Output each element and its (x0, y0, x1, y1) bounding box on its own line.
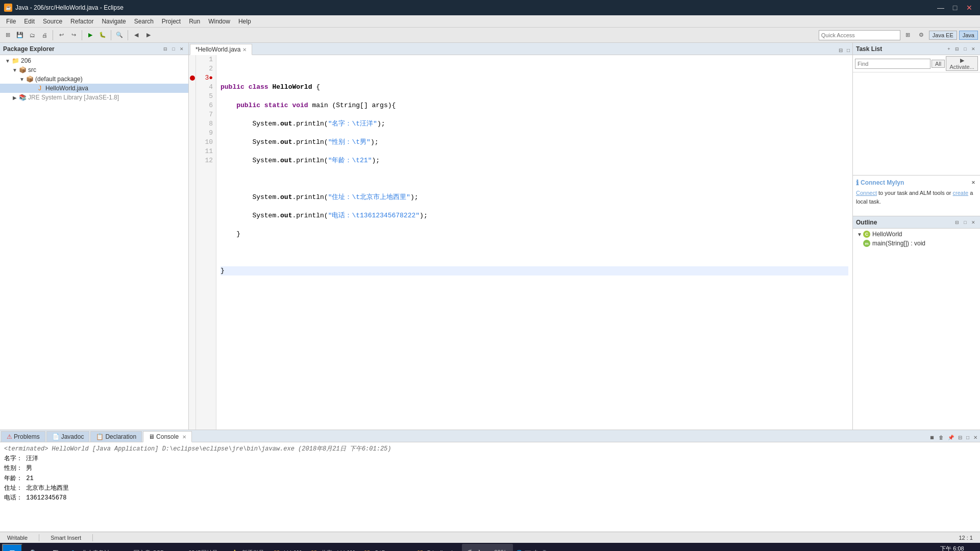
redo-button[interactable]: ↪ (68, 30, 79, 41)
editor-maximize-icon[interactable]: □ (845, 47, 851, 54)
taskbar-app-beida[interactable]: 🐦 北大青鸟讨... (66, 544, 117, 551)
tree-arrow-root[interactable]: ▼ (4, 58, 11, 64)
console-pin-icon[interactable]: 📌 (946, 434, 955, 441)
outline-method-icon: m (863, 240, 870, 247)
tab-problems[interactable]: ⚠ Problems (1, 431, 45, 442)
pe-minimize-icon[interactable]: ⊟ (162, 45, 169, 53)
bottom-close-icon[interactable]: ✕ (972, 434, 979, 441)
qa-button-2[interactable]: ⚙ (916, 30, 927, 41)
print-button[interactable]: 🖨 (39, 30, 50, 41)
tree-arrow-jre[interactable]: ▶ (11, 95, 18, 101)
gutter-3 (189, 73, 195, 83)
line-num-5: 5 (196, 92, 216, 101)
tl-icon-2[interactable]: ⊟ (953, 45, 961, 53)
info-icon: ℹ (856, 179, 859, 187)
bottom-maximize-icon[interactable]: □ (965, 434, 971, 441)
console-tab-close[interactable]: ✕ (182, 434, 186, 440)
mylyn-create-link[interactable]: create (953, 190, 969, 196)
tl-icon-3[interactable]: □ (962, 45, 969, 53)
new-button[interactable]: ⊞ (2, 30, 13, 41)
run-button[interactable]: ▶ (85, 30, 96, 41)
tree-arrow-default-pkg[interactable]: ▼ (18, 77, 26, 82)
tree-item-jre[interactable]: ▶ 📚 JRE System Library [JavaSE-1.8] (0, 93, 188, 102)
tree-item-root[interactable]: ▼ 📁 206 (0, 56, 188, 65)
menu-run[interactable]: Run (185, 17, 204, 26)
tab-declaration[interactable]: 📋 Declaration (90, 431, 142, 442)
taskbar-time[interactable]: 下午 6:08 2018/8/21 星期二 (926, 545, 978, 551)
taskbar-app-xinshou[interactable]: ⭐ 新手引导 (227, 544, 267, 551)
console-stop-icon[interactable]: ⏹ (928, 434, 936, 441)
outline-icon-3[interactable]: ✕ (970, 219, 977, 226)
mylyn-close-icon[interactable]: ✕ (970, 179, 977, 186)
save-button[interactable]: 💾 (14, 30, 26, 41)
toolbar-sep-1 (53, 30, 53, 40)
qa-button-1[interactable]: ⊞ (902, 30, 914, 41)
breakpoint-dot (190, 76, 195, 81)
taskbar-search[interactable]: 🔍 (23, 544, 44, 551)
tree-arrow-src[interactable]: ▼ (11, 67, 18, 73)
taskbar-app-cprog[interactable]: 📁 C:\Program... (359, 544, 410, 551)
debug-button[interactable]: 🐛 (97, 30, 108, 41)
task-find-input[interactable] (855, 59, 930, 69)
status-insert-mode: Smart Insert (47, 535, 84, 541)
tab-javadoc[interactable]: 📄 Javadoc (46, 431, 90, 442)
tree-item-src[interactable]: ▼ 📦 src (0, 65, 188, 74)
taskbar-app-llljjj2[interactable]: 📁 共享 - LLLJJJ (306, 544, 358, 551)
bottom-minimize-icon[interactable]: ⊟ (957, 434, 964, 441)
quick-access-input[interactable] (819, 30, 900, 40)
close-button[interactable]: ✕ (963, 3, 976, 13)
forward-button[interactable]: ▶ (143, 30, 154, 41)
maximize-button[interactable]: □ (948, 3, 962, 13)
menu-edit[interactable]: Edit (20, 17, 39, 26)
tree-item-default-pkg[interactable]: ▼ 📦 (default package) (0, 74, 188, 84)
save-all-button[interactable]: 🗂 (27, 30, 38, 41)
mylyn-connect-link[interactable]: Connect (856, 190, 877, 196)
menu-source[interactable]: Source (39, 17, 66, 26)
code-editor[interactable]: 1 2 3● 4 5 6 7 8 9 10 11 12 public class… (189, 55, 852, 430)
taskbar-task-view[interactable]: 🗔 (45, 544, 65, 551)
outline-item-method[interactable]: m main(String[]) : void (854, 239, 979, 248)
outline-icon-2[interactable]: □ (962, 219, 969, 226)
outline-icon-1[interactable]: ⊟ (953, 219, 961, 226)
console-clear-icon[interactable]: 🗑 (937, 434, 945, 441)
minimize-button[interactable]: — (934, 3, 947, 13)
tab-console[interactable]: 🖥 Console ✕ (143, 431, 192, 442)
undo-button[interactable]: ↩ (56, 30, 67, 41)
menu-file[interactable]: File (2, 17, 20, 26)
tree-item-helloworld[interactable]: J HelloWorld.java (0, 84, 188, 93)
title-bar-controls[interactable]: — □ ✕ (934, 3, 976, 13)
taskbar-app-llljjj1[interactable]: 📁 LLLJJJ (268, 544, 305, 551)
folder-icon-3: 📁 (362, 547, 372, 551)
editor-tab-helloworld[interactable]: *HelloWorld.java ✕ (190, 44, 252, 55)
taskbar-app-2345[interactable]: e 2345网址导... (173, 544, 226, 551)
taskbar-app-xiewenzhang[interactable]: e 写文章-CSD... (118, 544, 172, 551)
perspective-javaee[interactable]: Java EE (929, 31, 957, 40)
line-num-2: 2 (196, 64, 216, 73)
task-all-button[interactable]: All (932, 60, 945, 68)
editor-tab-close[interactable]: ✕ (242, 47, 247, 53)
outline-item-class[interactable]: ▼ C HelloWorld (854, 230, 979, 239)
menu-search[interactable]: Search (130, 17, 158, 26)
start-button[interactable]: ⊞ (2, 544, 22, 551)
tl-icon-1[interactable]: + (945, 45, 952, 53)
console-tab-icon: 🖥 (149, 433, 155, 440)
taskbar-app-declipse[interactable]: 📁 D:\eclipse\... (412, 544, 461, 551)
search-button[interactable]: 🔍 (114, 30, 125, 41)
task-activate-button[interactable]: ▶ Activate... (946, 56, 978, 71)
menu-navigate[interactable]: Navigate (97, 17, 130, 26)
perspective-java[interactable]: Java (959, 31, 978, 40)
back-button[interactable]: ◀ (131, 30, 142, 41)
pe-maximize-icon[interactable]: □ (170, 45, 177, 53)
menu-help[interactable]: Help (234, 17, 255, 26)
toolbar-sep-4 (128, 30, 128, 40)
code-content[interactable]: public class HelloWorld { public static … (216, 55, 852, 430)
menu-project[interactable]: Project (158, 17, 185, 26)
menu-refactor[interactable]: Refactor (66, 17, 97, 26)
outline-arrow-class[interactable]: ▼ (856, 232, 863, 237)
taskbar-app-java[interactable]: ☕ Java - 206/... (462, 544, 513, 551)
pe-close-icon[interactable]: ✕ (178, 45, 185, 53)
editor-minimize-icon[interactable]: ⊟ (837, 47, 844, 54)
menu-window[interactable]: Window (204, 17, 234, 26)
tl-icon-4[interactable]: ✕ (970, 45, 977, 53)
package-explorer-controls: ⊟ □ ✕ (162, 45, 185, 53)
